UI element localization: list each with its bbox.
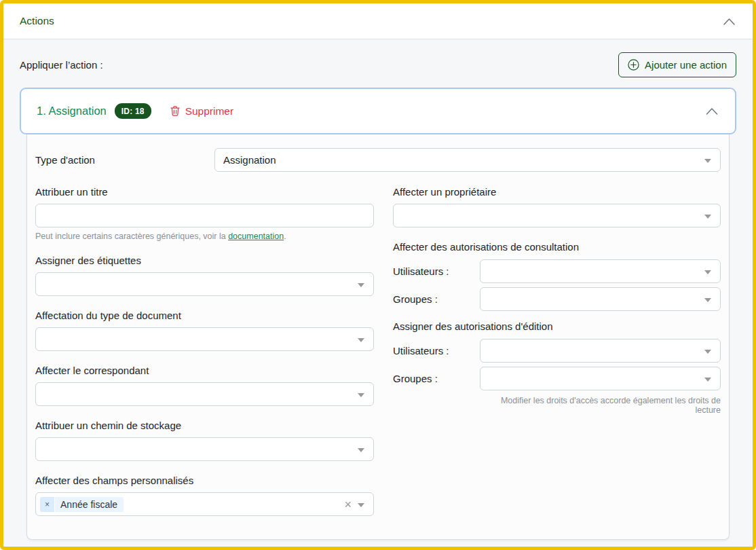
view-groups-select[interactable]: [480, 287, 721, 311]
assign-storage-label: Attribuer un chemin de stockage: [35, 420, 374, 431]
assign-doctype-select[interactable]: [35, 327, 374, 351]
caret-down-icon: [704, 350, 711, 354]
panel-body: Appliquer l’action : Ajouter une action …: [3, 39, 753, 546]
selected-tag: × Année fiscale: [40, 497, 124, 512]
edit-groups-select[interactable]: [480, 367, 721, 390]
clear-all-icon[interactable]: ×: [344, 498, 352, 510]
hint-text: Peut inclure certains caractères génériq…: [35, 232, 228, 241]
edit-users-select[interactable]: [480, 339, 721, 363]
panel-header: Actions: [3, 3, 753, 39]
view-users-row: Utilisateurs :: [393, 259, 721, 283]
left-column: Attribuer un titre Peut inclure certains…: [35, 186, 374, 516]
caret-down-icon: [358, 283, 364, 287]
chevron-up-icon: [723, 17, 736, 26]
edit-permissions-section: Assigner des autorisations d'édition Uti…: [393, 320, 721, 415]
assign-tags-label: Assigner des étiquettes: [35, 255, 374, 266]
assign-doctype-label: Affectation du type de document: [35, 310, 374, 321]
view-groups-row: Groupes :: [393, 287, 721, 311]
caret-down-icon: [704, 378, 711, 382]
assign-correspondent-select[interactable]: [35, 382, 374, 406]
action-title[interactable]: 1. Assignation: [37, 105, 107, 117]
add-action-button-label: Ajouter une action: [645, 60, 727, 70]
view-users-label: Utilisateurs :: [393, 265, 480, 277]
assign-title-group: Attribuer un titre Peut inclure certains…: [35, 186, 374, 241]
action-card-body: Type d'action Assignation Attribuer un t…: [26, 134, 730, 540]
plus-circle-icon: [628, 59, 639, 71]
edit-users-label: Utilisateurs :: [393, 345, 480, 356]
assign-tags-group: Assigner des étiquettes: [35, 255, 374, 296]
panel-title: Actions: [20, 15, 54, 27]
assign-custom-fields-group: Affecter des champs personnalisés × Anné…: [35, 475, 374, 516]
caret-down-icon: [704, 270, 711, 274]
caret-down-icon: [704, 159, 711, 163]
assign-correspondent-label: Affecter le correspondant: [35, 365, 374, 376]
action-card-header: 1. Assignation ID: 18 Supprimer: [20, 88, 736, 134]
assign-title-hint: Peut inclure certains caractères génériq…: [35, 232, 374, 241]
caret-down-icon: [704, 215, 711, 219]
caret-down-icon: [358, 503, 364, 507]
assign-tags-select[interactable]: [35, 272, 374, 296]
assign-custom-fields-select[interactable]: × Année fiscale ×: [35, 492, 374, 516]
selected-tag-label: Année fiscale: [55, 497, 124, 512]
assign-owner-group: Affecter un propriétaire: [393, 186, 721, 227]
assign-doctype-group: Affectation du type de document: [35, 310, 374, 351]
trash-icon: [170, 105, 181, 117]
edit-permissions-hint: Modifier les droits d'accès accorde égal…: [480, 396, 721, 415]
actions-panel: Actions Appliquer l’action : Ajouter une…: [0, 0, 756, 550]
right-column: Affecter un propriétaire Affecter des au…: [393, 186, 721, 516]
delete-action-label: Supprimer: [185, 105, 234, 117]
action-type-select[interactable]: Assignation: [214, 148, 721, 172]
assign-title-input[interactable]: [35, 204, 374, 227]
remove-tag-icon[interactable]: ×: [40, 497, 55, 512]
action-collapse-button[interactable]: [705, 107, 719, 115]
chevron-up-icon: [705, 107, 719, 115]
caret-down-icon: [358, 448, 364, 452]
edit-permissions-label: Assigner des autorisations d'édition: [393, 320, 721, 332]
assign-owner-label: Affecter un propriétaire: [393, 186, 721, 198]
assign-storage-select[interactable]: [35, 437, 374, 461]
view-permissions-label: Affecter des autorisations de consultati…: [393, 241, 721, 253]
assign-storage-group: Attribuer un chemin de stockage: [35, 420, 374, 461]
action-type-label: Type d'action: [35, 154, 214, 166]
action-type-value: Assignation: [223, 154, 276, 166]
delete-action-button[interactable]: Supprimer: [170, 105, 234, 117]
documentation-link[interactable]: documentation: [228, 232, 284, 241]
assign-correspondent-group: Affecter le correspondant: [35, 365, 374, 406]
apply-action-label: Appliquer l’action :: [20, 59, 103, 71]
action-type-row: Type d'action Assignation: [35, 148, 721, 172]
edit-groups-label: Groupes :: [393, 373, 480, 384]
hint-text: .: [284, 232, 286, 241]
view-groups-label: Groupes :: [393, 293, 480, 305]
add-action-button[interactable]: Ajouter une action: [618, 52, 736, 77]
apply-action-row: Appliquer l’action : Ajouter une action: [20, 52, 736, 77]
assign-custom-fields-label: Affecter des champs personnalisés: [35, 475, 374, 486]
view-users-select[interactable]: [480, 259, 721, 283]
form-columns: Attribuer un titre Peut inclure certains…: [35, 186, 721, 516]
view-permissions-section: Affecter des autorisations de consultati…: [393, 241, 721, 311]
caret-down-icon: [358, 338, 364, 342]
action-id-badge: ID: 18: [115, 103, 151, 119]
caret-down-icon: [704, 298, 711, 302]
panel-collapse-button[interactable]: [723, 17, 736, 26]
caret-down-icon: [358, 393, 364, 397]
assign-title-label: Attribuer un titre: [35, 186, 374, 198]
assign-owner-select[interactable]: [393, 204, 721, 227]
edit-users-row: Utilisateurs :: [393, 339, 721, 363]
edit-groups-row: Groupes :: [393, 367, 721, 390]
